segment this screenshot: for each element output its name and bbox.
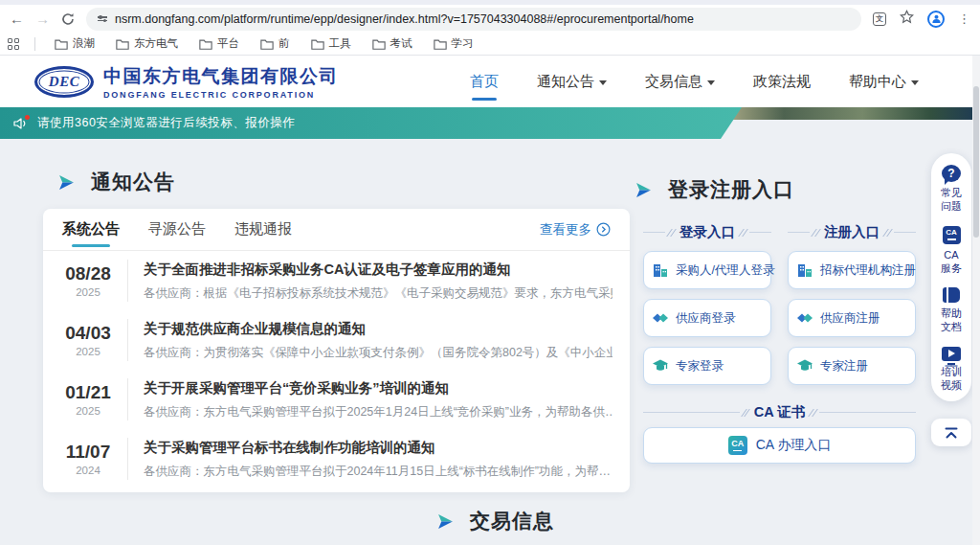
bookmark-star-icon[interactable] (900, 10, 914, 28)
notice-title[interactable]: 关于开展采购管理平台“竞价采购业务”培训的通知 (144, 379, 612, 397)
notice-title[interactable]: 关于全面推进非招标采购业务CA认证及电子签章应用的通知 (144, 261, 612, 279)
bookmark-folder[interactable]: 工具 (303, 34, 359, 53)
ca-service-quicklink[interactable]: CA CA服务 (939, 226, 964, 276)
circle-chevron-icon (596, 222, 611, 237)
expert-login-button[interactable]: 专家登录 (643, 347, 771, 385)
trade-section-heading: 交易信息 (436, 508, 554, 534)
notice-row[interactable]: 01/21 2025 关于开展采购管理平台“竞价采购业务”培训的通知 各供应商：… (43, 370, 630, 429)
tab-sourcing-notices[interactable]: 寻源公告 (148, 210, 206, 249)
graduation-icon (796, 357, 813, 375)
section-arrow-icon (635, 181, 653, 199)
scrollbar-thumb[interactable] (973, 86, 979, 238)
purchaser-login-button[interactable]: 采购人/代理人登录 (643, 251, 771, 289)
quicklink-label: 常见问题 (939, 186, 964, 214)
notice-desc: 各供应商：根据《电子招标投标系统技术规范》《电子采购交易规范》要求，东方电气采购… (144, 285, 612, 302)
nav-label: 首页 (470, 73, 499, 91)
nav-label: 交易信息 (645, 73, 702, 91)
view-more-label: 查看更多 (540, 221, 591, 238)
nav-item-home[interactable]: 首页 (470, 67, 499, 97)
tab-system-notices[interactable]: 系统公告 (62, 210, 120, 249)
ca-badge-text: CA (731, 440, 744, 448)
browser-toolbar: ← → nsrm.dongfang.com/platform/runtime/e… (0, 5, 980, 33)
folder-icon (260, 38, 274, 50)
bookmark-label: 工具 (329, 36, 351, 51)
browser-menu-icon[interactable]: ⋮ (958, 12, 970, 25)
alert-dot (25, 115, 30, 120)
bookmark-folder[interactable]: 学习 (426, 34, 481, 53)
nav-label: 帮助中心 (849, 73, 906, 91)
apps-grid-icon[interactable] (8, 38, 19, 50)
notice-row[interactable]: 11/07 2024 关于采购管理平台标书在线制作功能培训的通知 各供应商：东方… (43, 429, 630, 488)
notice-title[interactable]: 关于规范供应商企业规模信息的通知 (144, 320, 612, 338)
nav-label: 政策法规 (753, 73, 811, 91)
handshake-icon (652, 309, 669, 327)
section-title: 通知公告 (91, 169, 175, 195)
training-video-quicklink[interactable]: 培训视频 (939, 347, 964, 393)
translate-icon[interactable]: 文 (873, 12, 886, 26)
button-label: 供应商登录 (676, 310, 736, 327)
bookmark-folder[interactable]: 东方电气 (108, 34, 186, 53)
ca-cert-subheader-label: CA 证书 (752, 403, 807, 421)
expert-register-button[interactable]: 专家注册 (788, 347, 916, 385)
supplier-login-button[interactable]: 供应商登录 (643, 299, 771, 337)
divider (894, 232, 916, 233)
notice-date-year: 2025 (58, 286, 118, 298)
nav-item-help-center[interactable]: 帮助中心 (849, 67, 919, 97)
decor-slashes (811, 409, 815, 417)
login-subheader-label: 登录入口 (678, 223, 737, 241)
bookmark-folder[interactable]: 前 (253, 34, 298, 53)
login-section-heading: 登录注册入口 (635, 176, 794, 203)
section-title: 登录注册入口 (668, 176, 794, 203)
register-subheader-label: 注册入口 (822, 223, 881, 241)
folder-icon (199, 38, 212, 50)
profile-avatar[interactable] (927, 11, 945, 28)
quicklink-label: 培训视频 (939, 365, 964, 393)
button-label: CA 办理入口 (756, 437, 832, 454)
divider (127, 319, 128, 361)
forward-icon[interactable]: → (35, 11, 50, 26)
login-button-grid: 采购人/代理人登录 招标代理机构注册 供应商登录 供应商注册 专家登录 专家注册 (643, 251, 916, 385)
speaker-icon (13, 117, 29, 130)
agency-register-button[interactable]: 招标代理机构注册 (788, 251, 916, 289)
notice-date-md: 11/07 (58, 442, 118, 463)
notice-row[interactable]: 04/03 2025 关于规范供应商企业规模信息的通知 各供应商：为贯彻落实《保… (43, 310, 630, 370)
notice-row[interactable]: 08/28 2025 关于全面推进非招标采购业务CA认证及电子签章应用的通知 各… (43, 251, 630, 310)
building-icon (652, 261, 669, 279)
notice-date: 08/28 2025 (58, 263, 118, 298)
site-logo[interactable]: DEC 中国东方电气集团有限公司 DONGFANG ELECTRIC CORPO… (34, 64, 339, 100)
quickbar-collapse-button[interactable] (931, 419, 971, 446)
notice-title[interactable]: 关于采购管理平台标书在线制作功能培训的通知 (144, 439, 612, 457)
ca-apply-button[interactable]: CA CA 办理入口 (643, 427, 916, 464)
logo-text: DEC (49, 74, 79, 90)
faq-quicklink[interactable]: ? 常见问题 (939, 165, 964, 214)
company-name-cn: 中国东方电气集团有限公司 (103, 64, 339, 89)
help-docs-quicklink[interactable]: 帮助文档 (939, 287, 964, 334)
bookmark-label: 学习 (452, 36, 474, 51)
button-label: 供应商注册 (820, 310, 880, 327)
view-more-link[interactable]: 查看更多 (540, 221, 611, 238)
folder-icon (55, 38, 68, 50)
notice-body: 关于开展采购管理平台“竞价采购业务”培训的通知 各供应商：东方电气采购管理平台拟… (144, 379, 612, 420)
nav-item-policies[interactable]: 政策法规 (753, 67, 811, 97)
nav-item-notices[interactable]: 通知公告 (537, 67, 607, 97)
notice-date-md: 08/28 (58, 263, 118, 284)
back-icon[interactable]: ← (10, 11, 24, 26)
bookmark-label: 浪潮 (73, 36, 95, 51)
url-bar[interactable]: nsrm.dongfang.com/platform/runtime/epp/d… (86, 8, 861, 31)
folder-icon (116, 38, 129, 50)
chevron-down-icon (599, 80, 607, 85)
nav-item-trade-info[interactable]: 交易信息 (645, 67, 715, 97)
bookmark-folder[interactable]: 平台 (191, 34, 247, 53)
question-glyph: ? (947, 167, 954, 180)
reload-icon[interactable] (61, 12, 75, 26)
bookmark-folder[interactable]: 考试 (365, 34, 420, 53)
company-title: 中国东方电气集团有限公司 DONGFANG ELECTRIC CORPORATI… (103, 64, 339, 100)
divider (127, 260, 128, 302)
bookmark-folder[interactable]: 浪潮 (47, 34, 102, 53)
supplier-register-button[interactable]: 供应商注册 (788, 299, 916, 337)
site-info-icon[interactable] (98, 16, 107, 21)
tab-violation-reports[interactable]: 违规通报 (234, 210, 292, 249)
main-nav: 首页 通知公告 交易信息 政策法规 帮助中心 (470, 67, 946, 97)
notice-body: 关于采购管理平台标书在线制作功能培训的通知 各供应商：东方电气采购管理平台拟于2… (144, 439, 612, 480)
folder-icon (434, 38, 447, 50)
